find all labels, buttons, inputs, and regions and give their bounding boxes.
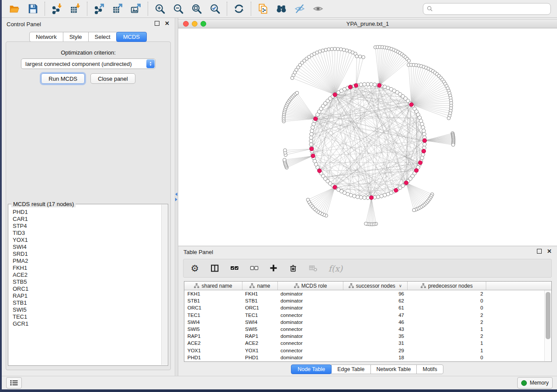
network-window-titlebar[interactable]: YPA_prune.txt_1 [178,19,557,28]
table-scrollbar[interactable] [544,290,551,361]
mcds-result-item[interactable]: RAP1 [13,292,161,299]
close-panel-icon[interactable]: ✕ [547,249,552,254]
refresh-button[interactable] [231,2,247,15]
mcds-result-item[interactable]: SRD1 [13,251,161,258]
mcds-result-item[interactable]: SWI4 [13,244,161,251]
mcds-result-item[interactable]: STP4 [13,223,161,230]
mcds-result-item[interactable]: STB1 [13,299,161,306]
column-header-shared-name[interactable]: shared name [184,282,242,290]
table-row[interactable]: SWI5SWI5connector431 [184,326,545,333]
mcds-result-item[interactable]: GCR1 [13,320,161,327]
tab-network[interactable]: Network [29,32,63,42]
tab-node-table[interactable]: Node Table [291,364,332,374]
table-row[interactable]: YOX1YOX1connector291 [184,347,545,354]
close-panel-icon[interactable]: ✕ [165,21,170,26]
scrollbar-thumb[interactable] [546,292,550,339]
memory-button[interactable]: Memory [517,377,553,389]
column-header-predecessor-nodes[interactable]: predecessor nodes [408,282,486,290]
table-row[interactable]: ACE2ACE2connector311 [184,340,545,347]
optimization-criterion-dropdown[interactable]: largest connected component (undirected)… [21,58,156,69]
cell-successor-nodes: 18 [343,355,408,360]
unselect-all-checkboxes-button[interactable] [249,263,259,274]
zoom-fit-button[interactable] [189,2,204,15]
tab-motifs[interactable]: Motifs [416,364,443,374]
column-header-label: successor nodes [356,283,395,289]
float-panel-icon[interactable] [537,249,542,254]
main-toolbar [2,0,557,18]
delete-table-button [308,263,318,274]
splitter-expand-icon[interactable] [175,198,177,201]
run-mcds-button[interactable]: Run MCDS [41,73,85,84]
column-header-label: predecessor nodes [428,283,473,289]
mcds-result-item[interactable]: ACE2 [13,272,161,279]
mcds-result-scrollbar[interactable] [161,205,167,365]
show-eye-button[interactable] [310,2,326,15]
table-row[interactable]: TEC1TEC1connector472 [184,312,545,319]
zoom-in-button[interactable] [152,2,168,15]
mcds-result-item[interactable]: STB5 [13,279,161,285]
table-row[interactable]: RAP1RAP1dominator352 [184,333,545,340]
table-row[interactable]: FKH1FKH1dominator962 [184,290,545,297]
column-header-successor-nodes[interactable]: successor nodes∨ [343,282,408,290]
mcds-result-item[interactable]: PMA2 [13,258,161,265]
tab-network-table[interactable]: Network Table [370,364,417,374]
column-header-MCDS-role[interactable]: MCDS role [278,282,343,290]
cell-predecessor-nodes: 0 [408,305,486,310]
zoom-window-icon[interactable] [201,21,206,27]
zoom-out-button[interactable] [170,2,186,15]
export-network-button[interactable] [91,2,107,15]
zoom-selected-button[interactable] [207,2,223,15]
mcds-result-item[interactable]: SWI5 [13,306,161,313]
mcds-result-item[interactable]: ORC1 [13,285,161,292]
add-column-button[interactable] [268,263,279,274]
delete-column-button[interactable] [288,263,298,274]
close-panel-button[interactable]: Close panel [90,73,135,84]
gear-button[interactable]: ⚙ [190,263,200,274]
mcds-result-item[interactable]: CAR1 [13,216,161,223]
copy-share-button[interactable] [255,2,271,15]
select-all-checkboxes-button[interactable] [229,263,239,274]
import-network-button[interactable] [49,2,65,15]
binoculars-icon [276,3,287,14]
splitter-collapse-icon[interactable] [175,193,177,196]
cell-predecessor-nodes: 2 [408,320,486,325]
save-button[interactable] [25,2,41,15]
tab-mcds[interactable]: MCDS [116,32,147,42]
table-panel-title: Table Panel [183,249,213,255]
window-traffic-lights [183,21,206,27]
tab-style[interactable]: Style [63,32,89,42]
open-folder-button[interactable] [7,2,22,15]
import-table-button[interactable] [67,2,83,15]
column-header-name[interactable]: name [242,282,278,290]
column-header-label: MCDS role [301,283,327,289]
split-columns-button[interactable] [209,263,220,274]
tab-edge-table[interactable]: Edge Table [331,364,370,374]
mcds-result-item[interactable]: YOX1 [13,237,161,244]
table-row[interactable]: PHD1PHD1dominator180 [184,354,545,361]
minimize-window-icon[interactable] [192,21,197,27]
copy-share-icon [257,3,269,14]
table-panel-window-buttons: ✕ [537,249,552,254]
mcds-result-item[interactable]: FKH1 [13,265,161,272]
close-window-icon[interactable] [183,21,189,27]
table-row[interactable]: SWI4SWI4dominator462 [184,319,545,326]
search-input[interactable] [433,6,550,12]
show-panels-button[interactable] [6,377,22,389]
dropdown-stepper-icon[interactable]: ▲▼ [146,59,155,68]
tab-select[interactable]: Select [88,32,117,42]
mcds-result-item[interactable]: TID3 [13,230,161,237]
table-row[interactable]: ORC1ORC1dominator610 [184,304,545,311]
float-panel-icon[interactable] [155,21,159,26]
network-canvas[interactable] [178,28,557,246]
hide-eye-button[interactable] [292,2,308,15]
binoculars-button[interactable] [273,2,289,15]
export-table-button[interactable] [110,2,125,15]
panel-splitter[interactable] [175,18,178,376]
network-graph[interactable] [178,28,557,246]
mcds-result-item[interactable]: PHD1 [13,209,161,216]
export-image-button[interactable] [128,2,144,15]
cell-MCDS-role: connector [278,313,343,318]
mcds-result-item[interactable]: TEC1 [13,313,161,320]
table-header-row: shared namenameMCDS rolesuccessor nodes∨… [184,282,551,290]
table-row[interactable]: STB1STB1dominator620 [184,297,545,304]
